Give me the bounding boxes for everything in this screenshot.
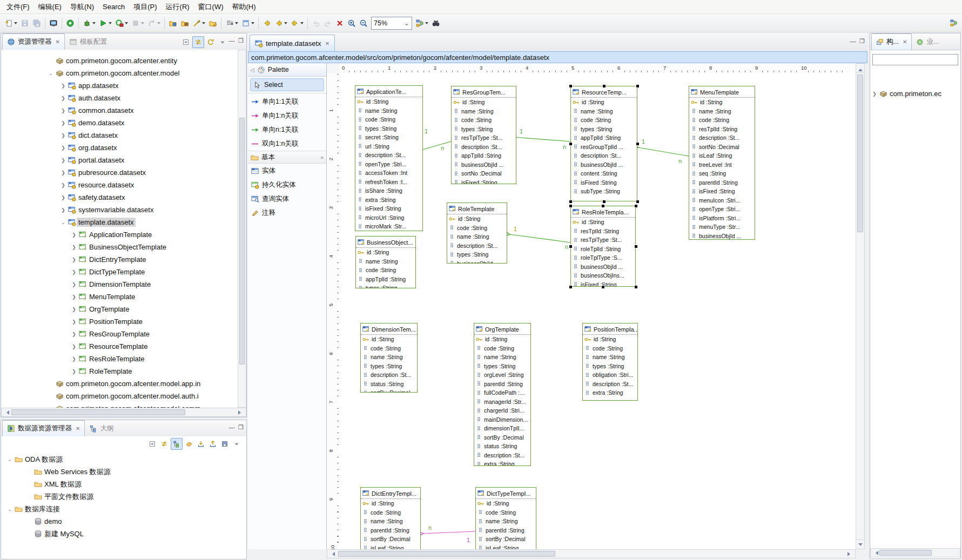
entity-field[interactable]: description :St... bbox=[571, 151, 637, 160]
minimize-button[interactable]: — bbox=[849, 38, 857, 45]
entity-field[interactable]: businessObjId ... bbox=[689, 232, 755, 240]
entity-field[interactable]: businessObjId ... bbox=[447, 259, 507, 264]
tree-item-common-datasetx[interactable]: ❯common.datasetx bbox=[1, 104, 238, 117]
entity-field[interactable]: code :String bbox=[583, 344, 637, 353]
entity-field[interactable]: microMark :Str... bbox=[355, 222, 422, 231]
entity-title-bar[interactable]: BusinessObject... bbox=[356, 237, 415, 248]
entity-title-bar[interactable]: ResourceTemp... bbox=[571, 86, 637, 98]
entity-field[interactable]: url :String bbox=[355, 142, 422, 151]
entity-field[interactable]: parentId :String bbox=[476, 526, 536, 535]
chevron-down-icon[interactable] bbox=[235, 22, 238, 24]
save-button[interactable] bbox=[19, 16, 30, 30]
entity-field[interactable]: description :St... bbox=[355, 151, 422, 160]
entity-field[interactable]: id :String bbox=[447, 214, 507, 224]
entity-field[interactable]: parentId :String bbox=[361, 526, 420, 535]
entity-field[interactable]: name :String bbox=[447, 232, 507, 241]
entity-field[interactable]: resTplType :St... bbox=[571, 235, 635, 245]
entity-field[interactable]: openType :Stri... bbox=[355, 160, 422, 169]
entity-field[interactable]: code :String bbox=[447, 224, 507, 233]
entity-title-bar[interactable]: DictEntryTempl... bbox=[361, 488, 420, 499]
entity-field[interactable]: subType :String bbox=[571, 187, 637, 196]
collapse-all-button[interactable] bbox=[180, 37, 191, 48]
chevron-down-icon[interactable] bbox=[141, 22, 144, 24]
chevron-down-icon[interactable] bbox=[425, 22, 428, 24]
chevron-down-icon[interactable] bbox=[14, 22, 17, 24]
tree-item-demo-datasetx[interactable]: ❯demo.datasetx bbox=[1, 117, 238, 129]
close-icon[interactable]: ✕ bbox=[325, 41, 329, 46]
right-panel-hscrollbar[interactable] bbox=[870, 548, 960, 557]
entity-field[interactable]: businessObjId ... bbox=[571, 262, 635, 272]
tree-item--[interactable]: 平面文件数据源 bbox=[1, 490, 246, 503]
selection-handle[interactable] bbox=[634, 245, 638, 248]
entity-field[interactable]: sortNo :Decimal bbox=[689, 143, 755, 152]
entity-field[interactable]: isShare :String bbox=[355, 186, 422, 195]
step-button[interactable] bbox=[146, 16, 162, 30]
refresh-button[interactable] bbox=[205, 37, 216, 48]
search-input[interactable] bbox=[872, 54, 958, 65]
entity-title-bar[interactable]: RoleTemplate bbox=[447, 203, 507, 214]
new-button[interactable] bbox=[3, 16, 18, 30]
entity-field[interactable]: name :String bbox=[476, 517, 536, 526]
tree-item-roletemplate[interactable]: ❯?RoleTemplate bbox=[1, 365, 238, 377]
canvas-hscrollbar[interactable] bbox=[327, 549, 856, 558]
selection-handle[interactable] bbox=[569, 245, 573, 248]
maximize-button[interactable]: ❐ bbox=[858, 38, 866, 45]
entity-field[interactable]: dimensionTplI... bbox=[474, 424, 530, 433]
expand-arrow-icon[interactable]: ❯ bbox=[70, 232, 78, 238]
chevron-down-icon[interactable] bbox=[202, 22, 205, 24]
entity-field[interactable]: chargerId :Stri... bbox=[474, 406, 530, 415]
forward-button[interactable] bbox=[290, 16, 305, 30]
palette-tool-relation-0[interactable]: 单向1:1关联 bbox=[248, 95, 326, 109]
entity-field[interactable]: isLeaf :String bbox=[476, 544, 536, 550]
tree-item-positiontemplate[interactable]: ❯?PositionTemplate bbox=[1, 315, 238, 328]
entity-field[interactable]: id :String bbox=[361, 499, 420, 508]
entity-field[interactable]: extra :String bbox=[474, 460, 530, 466]
entity-title-bar[interactable]: MenuTemplate bbox=[689, 86, 755, 98]
entity-field[interactable]: appTplId :String bbox=[571, 133, 637, 143]
entity-field[interactable]: refreshToken :I... bbox=[355, 178, 422, 187]
open-project-button[interactable] bbox=[179, 16, 190, 30]
collapse-arrow-icon[interactable]: ⌄ bbox=[5, 457, 14, 462]
format-brush-button[interactable] bbox=[191, 16, 206, 30]
tree-item-menutemplate[interactable]: ❯?MenuTemplate bbox=[1, 291, 238, 303]
entity-field[interactable]: description :St... bbox=[361, 370, 417, 380]
selection-handle[interactable] bbox=[569, 84, 573, 88]
selection-handle[interactable] bbox=[569, 200, 573, 204]
palette-tool-tool-entity[interactable]: 实体 bbox=[248, 164, 326, 178]
menu-item-4[interactable]: 项目(P) bbox=[129, 1, 161, 14]
chevron-down-icon[interactable] bbox=[125, 22, 128, 24]
entity-field[interactable]: isLeaf :String bbox=[361, 544, 420, 550]
minimize-button[interactable]: — bbox=[228, 424, 236, 431]
link-editor-button[interactable] bbox=[192, 36, 204, 48]
expand-arrow-icon[interactable]: ❯ bbox=[70, 294, 78, 300]
menu-item-3[interactable]: Search bbox=[98, 1, 129, 12]
selection-handle[interactable] bbox=[569, 204, 573, 208]
palette-tool-tool-query[interactable]: 查询实体 bbox=[248, 192, 326, 206]
diagram-canvas[interactable]: 1n1n1n1nn1n1 ApplicationTe...id :Stringn… bbox=[339, 73, 856, 549]
menu-item-6[interactable]: 窗口(W) bbox=[194, 1, 228, 14]
collapse-arrow-icon[interactable]: ⌄ bbox=[59, 220, 68, 225]
entity-title-bar[interactable]: DictTypeTempl... bbox=[476, 488, 536, 499]
entity-field[interactable]: description :St... bbox=[689, 133, 755, 143]
tree-item-xml-[interactable]: XML 数据源 bbox=[1, 478, 246, 490]
tree-item-resourcetemplate[interactable]: ❯?ResourceTemplate bbox=[1, 340, 238, 353]
entity-dict-type-template[interactable]: DictTypeTempl...id :Stringcode :Stringna… bbox=[475, 487, 536, 549]
entity-field[interactable]: roleTplType :S... bbox=[571, 253, 635, 262]
menu-item-2[interactable]: 导航(N) bbox=[66, 1, 98, 14]
tree-item--[interactable]: ⌄数据库连接 bbox=[1, 503, 246, 515]
tree-item-web-services-[interactable]: Web Services 数据源 bbox=[1, 465, 246, 478]
menu-item-5[interactable]: 运行(R) bbox=[162, 1, 194, 14]
entity-field[interactable]: isFixed :String bbox=[355, 204, 422, 213]
expand-arrow-icon[interactable]: ❯ bbox=[59, 207, 68, 213]
selection-handle[interactable] bbox=[636, 200, 640, 204]
entity-field[interactable]: obligation :Stri... bbox=[583, 370, 637, 380]
tree-mode-button[interactable] bbox=[171, 438, 183, 450]
close-icon[interactable]: ✕ bbox=[903, 39, 907, 45]
entity-field[interactable]: businessObjId ... bbox=[452, 160, 516, 170]
expand-arrow-icon[interactable]: ❯ bbox=[70, 269, 78, 275]
entity-field[interactable]: treeLevel :Int bbox=[689, 160, 755, 170]
run-button[interactable] bbox=[98, 16, 113, 30]
entity-field[interactable]: id :String bbox=[356, 248, 415, 257]
palette-tool-relation-3[interactable]: 双向1:n关联 bbox=[248, 137, 326, 151]
tree-item-resroletemplate[interactable]: ❯?ResRoleTemplate bbox=[1, 353, 238, 365]
